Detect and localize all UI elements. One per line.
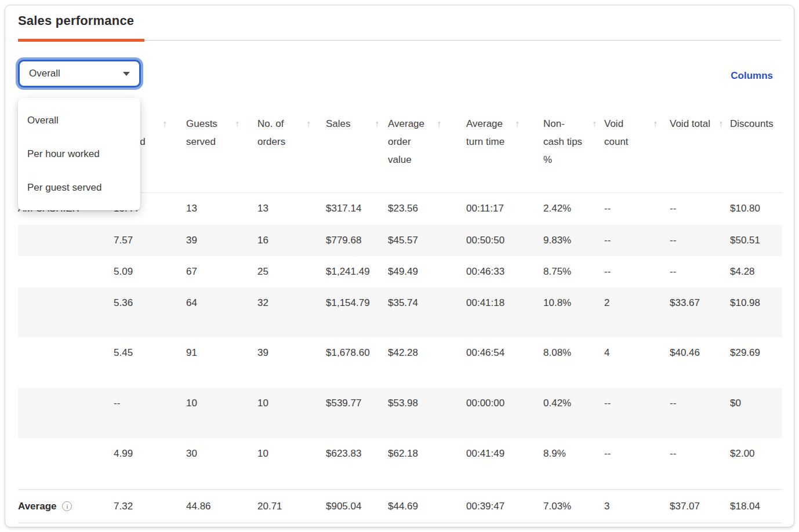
- view-mode-option[interactable]: Per guest served: [18, 171, 140, 205]
- table-cell: $29.69: [730, 337, 782, 388]
- average-value-cell: $44.69: [388, 489, 466, 523]
- table-row: --1010$539.77$53.9800:00:000.42%----$0: [18, 388, 782, 438]
- table-cell: --: [670, 256, 730, 287]
- table-cell: 5.45: [114, 337, 186, 388]
- average-value-cell: 44.86: [186, 489, 257, 523]
- table-cell: $1,241.49: [326, 256, 388, 287]
- average-label-cell: Averagei: [18, 489, 114, 523]
- column-header[interactable]: Sales↑: [326, 108, 388, 192]
- active-tab-indicator: [18, 39, 144, 42]
- table-cell: $1,154.79: [326, 287, 388, 337]
- employee-name-cell: [18, 287, 114, 337]
- table-cell: 00:00:00: [466, 388, 543, 438]
- column-header[interactable]: No. of orders↑: [257, 108, 326, 192]
- table-cell: 00:41:49: [466, 438, 543, 489]
- column-header-label: Guests served: [186, 115, 228, 151]
- column-header-label: Average turn time: [466, 115, 508, 151]
- column-header[interactable]: Non-cash tips %↑: [543, 108, 604, 192]
- table-row: 5.366432$1,154.79$35.7400:41:1810.8%2$33…: [18, 287, 782, 337]
- table-cell: --: [670, 225, 730, 256]
- table-cell: 10.8%: [543, 287, 604, 337]
- sales-performance-card: Sales performance Columns Overall Overal…: [5, 5, 794, 527]
- table-cell: $45.57: [388, 225, 466, 256]
- table-cell: $539.77: [326, 388, 388, 438]
- column-header-label: Discounts: [730, 115, 772, 133]
- sort-ascending-icon: ↑: [375, 115, 379, 133]
- table-cell: --: [670, 192, 730, 225]
- table-row: 5.459139$1,678.60$42.2800:46:548.08%4$40…: [18, 337, 782, 388]
- table-cell: 8.9%: [543, 438, 604, 489]
- table-cell: --: [604, 225, 670, 256]
- average-row: Averagei 7.3244.8620.71$905.04$44.6900:3…: [18, 489, 782, 523]
- table-cell: 0.42%: [543, 388, 604, 438]
- table-cell: 00:11:17: [466, 192, 543, 225]
- average-value-cell: 00:39:47: [466, 489, 543, 523]
- view-mode-menu: OverallPer hour workedPer guest served: [18, 98, 140, 210]
- table-cell: $49.49: [388, 256, 466, 287]
- sort-ascending-icon: ↑: [515, 115, 520, 151]
- column-header[interactable]: Void count↑: [604, 108, 670, 192]
- sort-ascending-icon: ↑: [653, 115, 658, 151]
- table-cell: $779.68: [326, 225, 388, 256]
- average-value-cell: 7.32: [114, 489, 186, 523]
- table-cell: $40.46: [670, 337, 730, 388]
- table-row: 4.993010$623.83$62.1800:41:498.9%----$2.…: [18, 438, 782, 489]
- employee-name-cell: [18, 438, 114, 489]
- table-cell: --: [114, 388, 186, 438]
- table-cell: $62.18: [388, 438, 466, 489]
- table-cell: $23.56: [388, 192, 466, 225]
- table-cell: 39: [186, 225, 257, 256]
- sort-ascending-icon: ↑: [437, 115, 441, 169]
- table-cell: --: [604, 192, 670, 225]
- column-header-label: Sales: [326, 115, 368, 133]
- table-cell: 5.09: [114, 256, 186, 287]
- table-cell: --: [604, 438, 670, 489]
- column-header-label: Void total: [670, 115, 711, 133]
- table-cell: $35.74: [388, 287, 466, 337]
- table-cell: $1,678.60: [326, 337, 388, 388]
- view-mode-option[interactable]: Per hour worked: [18, 137, 140, 171]
- table-cell: --: [604, 256, 670, 287]
- column-header-label: No. of orders: [257, 115, 299, 151]
- chevron-down-icon: [123, 72, 130, 76]
- table-cell: 67: [186, 256, 257, 287]
- view-mode-select[interactable]: Overall: [18, 60, 141, 88]
- table-cell: 00:41:18: [466, 287, 543, 337]
- table-cell: 4: [604, 337, 670, 388]
- table-cell: 7.57: [114, 225, 186, 256]
- view-mode-option[interactable]: Overall: [18, 104, 140, 137]
- average-value-cell: 3: [604, 489, 670, 523]
- table-cell: 2.42%: [543, 192, 604, 225]
- table-cell: 00:50:50: [466, 225, 543, 256]
- table-cell: $0: [730, 388, 782, 438]
- column-header-label: Void count: [604, 115, 646, 151]
- view-mode-selected-value: Overall: [29, 68, 60, 79]
- table-cell: --: [670, 388, 730, 438]
- table-cell: --: [670, 438, 730, 489]
- average-value-cell: 20.71: [257, 489, 326, 523]
- sort-ascending-icon: ↑: [235, 115, 239, 151]
- average-value-cell: 7.03%: [543, 489, 604, 523]
- table-cell: 16: [257, 225, 326, 256]
- table-cell: $2.00: [730, 438, 782, 489]
- table-cell: $10.98: [730, 287, 782, 337]
- column-header[interactable]: Average turn time↑: [466, 108, 543, 192]
- table-cell: 13: [186, 192, 257, 225]
- table-cell: 39: [257, 337, 326, 388]
- table-cell: $623.83: [326, 438, 388, 489]
- employee-name-cell: [18, 256, 114, 287]
- page-title: Sales performance: [18, 13, 134, 28]
- table-cell: 32: [257, 287, 326, 337]
- table-cell: 13: [257, 192, 326, 225]
- average-value-cell: $905.04: [326, 489, 388, 523]
- column-header-label: Average order value: [388, 115, 430, 169]
- table-cell: 10: [257, 438, 326, 489]
- table-cell: $10.80: [730, 192, 782, 225]
- table-cell: 00:46:33: [466, 256, 543, 287]
- info-icon[interactable]: i: [62, 501, 72, 511]
- average-label: Average: [18, 501, 56, 512]
- columns-button[interactable]: Columns: [731, 70, 773, 82]
- column-header[interactable]: Void total↑: [670, 108, 730, 192]
- column-header[interactable]: Guests served↑: [186, 108, 257, 192]
- column-header[interactable]: Average order value↑: [388, 108, 466, 192]
